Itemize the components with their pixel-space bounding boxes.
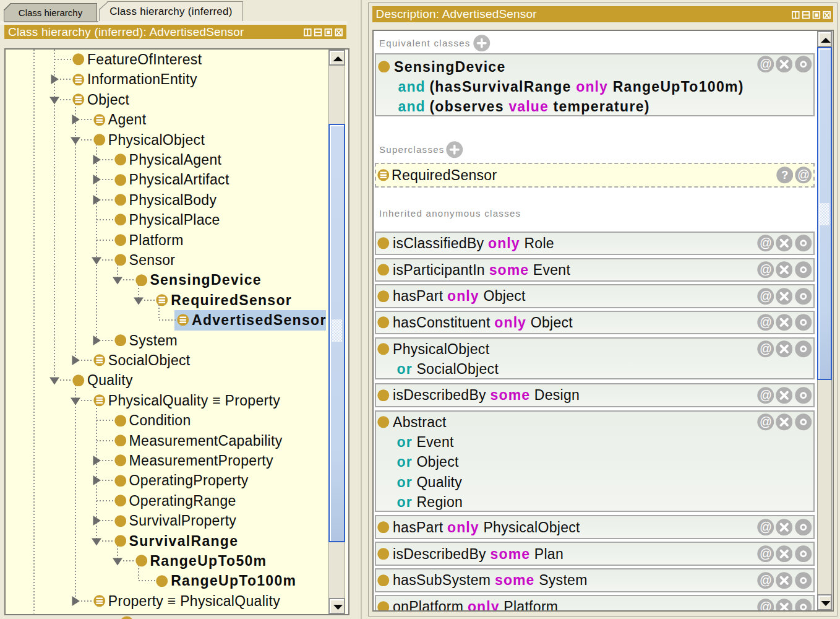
svg-text:@: @	[797, 168, 810, 181]
svg-text:@: @	[759, 236, 771, 249]
svg-text:@: @	[759, 56, 771, 70]
svg-text:@: @	[759, 546, 771, 560]
svg-text:@: @	[759, 415, 771, 428]
svg-text:@: @	[759, 315, 771, 329]
svg-text:@: @	[759, 342, 771, 355]
svg-text:@: @	[759, 288, 771, 302]
svg-text:@: @	[759, 387, 771, 401]
svg-text:@: @	[759, 599, 771, 610]
svg-text:@: @	[759, 573, 771, 586]
svg-text:@: @	[759, 520, 771, 534]
svg-text:@: @	[759, 262, 771, 276]
svg-text:?: ?	[781, 168, 788, 181]
